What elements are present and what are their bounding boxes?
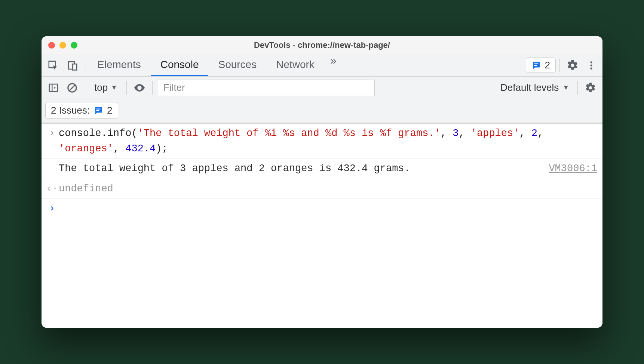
dropdown-triangle-icon: ▼	[111, 84, 117, 92]
tab-sources[interactable]: Sources	[208, 54, 266, 76]
svg-rect-2	[73, 64, 77, 70]
svg-point-5	[590, 61, 592, 63]
source-link[interactable]: VM3006:1	[541, 161, 597, 176]
minimize-window-button[interactable]	[59, 42, 66, 49]
issues-icon	[531, 61, 541, 70]
console-output: › console.info('The total weight of %i %…	[42, 124, 602, 328]
tab-elements[interactable]: Elements	[88, 54, 151, 76]
inspect-element-icon[interactable]	[47, 59, 59, 72]
input-code: console.info('The total weight of %i %s …	[59, 126, 597, 156]
zoom-window-button[interactable]	[71, 42, 77, 49]
tabbar: Elements Console Sources Network » 2	[42, 54, 602, 77]
devtools-window: DevTools - chrome://new-tab-page/ Elemen…	[42, 36, 602, 328]
toggle-console-sidebar-button[interactable]	[46, 80, 61, 95]
console-prompt[interactable]: ›	[42, 199, 602, 219]
console-log-message: The total weight of 3 apples and 2 orang…	[42, 159, 602, 179]
live-expression-eye-icon[interactable]	[132, 80, 147, 95]
clear-console-button[interactable]	[65, 80, 80, 95]
tab-network[interactable]: Network	[266, 54, 324, 76]
return-text: undefined	[59, 181, 597, 197]
log-levels-selector[interactable]: Default levels ▼	[497, 82, 572, 93]
tab-label: Console	[160, 59, 199, 71]
console-return-value: ‹· undefined	[42, 179, 602, 199]
separator	[126, 81, 127, 95]
dropdown-triangle-icon: ▼	[562, 84, 569, 92]
separator	[577, 81, 578, 95]
svg-rect-10	[96, 108, 101, 109]
issues-count-text: 2	[545, 59, 550, 71]
svg-point-7	[590, 67, 592, 69]
tab-label: Network	[276, 59, 315, 71]
log-text: The total weight of 3 apples and 2 orang…	[59, 161, 541, 176]
separator	[152, 81, 153, 95]
prompt-input-area[interactable]	[59, 201, 597, 216]
console-input-echo: › console.info('The total weight of %i %…	[42, 124, 602, 159]
tab-label: Elements	[97, 59, 141, 71]
tab-console[interactable]: Console	[151, 54, 209, 76]
issues-row: 2 Issues: 2	[42, 99, 602, 124]
svg-point-6	[590, 64, 592, 66]
filter-input[interactable]	[158, 80, 375, 96]
svg-rect-3	[534, 63, 538, 64]
issues-icon	[93, 106, 103, 115]
tab-label: Sources	[218, 59, 257, 71]
svg-rect-4	[534, 65, 537, 65]
issues-prefix: 2 Issues:	[51, 105, 90, 116]
context-label: top	[94, 82, 108, 93]
separator	[86, 59, 86, 72]
return-gutter-icon: ‹·	[45, 181, 59, 197]
issues-badge[interactable]: 2 Issues: 2	[45, 102, 118, 119]
prompt-gutter-icon: ›	[45, 201, 59, 216]
panel-tabs: Elements Console Sources Network »	[88, 54, 526, 76]
device-toolbar-icon[interactable]	[66, 59, 79, 72]
context-selector[interactable]: top ▼	[91, 82, 121, 93]
window-controls	[48, 42, 77, 49]
issues-counter[interactable]: 2	[526, 58, 556, 73]
separator	[85, 81, 85, 95]
svg-rect-8	[49, 84, 58, 92]
issues-count: 2	[107, 105, 112, 116]
settings-gear-icon[interactable]	[564, 59, 582, 72]
svg-rect-11	[96, 110, 99, 111]
close-window-button[interactable]	[48, 42, 55, 49]
kebab-menu-icon[interactable]	[584, 59, 599, 72]
console-toolbar: top ▼ Default levels ▼	[42, 77, 602, 99]
separator	[559, 59, 560, 72]
input-gutter-icon: ›	[45, 126, 59, 156]
output-gutter	[45, 161, 59, 176]
levels-label: Default levels	[500, 82, 559, 93]
window-title: DevTools - chrome://new-tab-page/	[254, 40, 390, 50]
titlebar: DevTools - chrome://new-tab-page/	[42, 36, 602, 54]
tabs-overflow-button[interactable]: »	[324, 54, 343, 76]
console-settings-gear-icon[interactable]	[583, 80, 598, 95]
